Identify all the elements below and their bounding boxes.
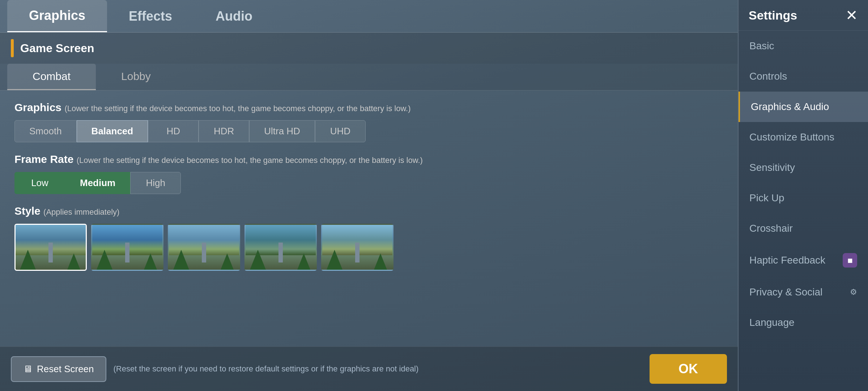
sidebar-item-haptic-feedback[interactable]: Haptic Feedback ◼ (739, 244, 868, 277)
reset-screen-label: Reset Screen (37, 363, 94, 375)
main-content: Graphics Effects Audio Game Screen Comba… (0, 0, 738, 391)
sidebar-item-language[interactable]: Language (739, 307, 868, 338)
sidebar-item-sensitivity[interactable]: Sensitivity (739, 152, 868, 183)
reset-screen-note: (Reset the screen if you need to restore… (114, 364, 642, 374)
settings-body: Graphics (Lower the setting if the devic… (0, 91, 738, 346)
tab-graphics[interactable]: Graphics (7, 0, 107, 32)
tab-effects[interactable]: Effects (107, 0, 194, 32)
section-title-bar: Game Screen (0, 33, 738, 64)
framerate-option-high[interactable]: High (130, 172, 181, 194)
right-sidebar: Settings ✕ Basic Controls Graphics & Aud… (738, 0, 868, 391)
graphics-quality-group: Graphics (Lower the setting if the devic… (14, 101, 723, 142)
style-label: Style (Applies immediately) (14, 205, 723, 217)
sidebar-item-pick-up[interactable]: Pick Up (739, 183, 868, 213)
sidebar-item-graphics-audio[interactable]: Graphics & Audio (739, 92, 868, 122)
subtab-combat[interactable]: Combat (7, 64, 96, 90)
graphics-option-uhd[interactable]: UHD (315, 120, 366, 142)
style-image-5[interactable] (321, 224, 393, 271)
reset-screen-button[interactable]: 🖥 Reset Screen (11, 356, 106, 382)
frame-rate-group: Frame Rate (Lower the setting if the dev… (14, 153, 723, 194)
close-button[interactable]: ✕ (846, 8, 858, 22)
sidebar-item-basic[interactable]: Basic (739, 31, 868, 61)
style-image-4[interactable] (244, 224, 317, 271)
framerate-option-medium[interactable]: Medium (65, 172, 130, 194)
sidebar-header: Settings ✕ (739, 0, 868, 31)
graphics-quality-label: Graphics (Lower the setting if the devic… (14, 101, 723, 114)
ok-button[interactable]: OK (650, 354, 727, 384)
privacy-social-icon: ⚙ (850, 287, 857, 297)
style-image-2[interactable] (91, 224, 163, 271)
haptic-feedback-label: Haptic Feedback (749, 255, 825, 266)
tab-audio[interactable]: Audio (194, 0, 274, 32)
style-image-3[interactable] (168, 224, 240, 271)
sub-tabs-bar: Combat Lobby (0, 64, 738, 91)
graphics-option-hd[interactable]: HD (148, 120, 199, 142)
style-note: (Applies immediately) (43, 207, 119, 216)
sidebar-item-crosshair[interactable]: Crosshair (739, 213, 868, 244)
bottom-bar: 🖥 Reset Screen (Reset the screen if you … (0, 346, 738, 391)
section-accent (11, 39, 14, 57)
subtab-lobby[interactable]: Lobby (96, 64, 176, 90)
framerate-option-low[interactable]: Low (14, 172, 65, 194)
graphics-quality-note: (Lower the setting if the device becomes… (64, 104, 410, 113)
graphics-option-hdr[interactable]: HDR (199, 120, 249, 142)
style-image-1[interactable] (14, 224, 87, 271)
sidebar-title: Settings (749, 8, 797, 22)
sidebar-item-customize-buttons[interactable]: Customize Buttons (739, 122, 868, 152)
sidebar-item-controls[interactable]: Controls (739, 61, 868, 92)
graphics-option-ultra-hd[interactable]: Ultra HD (249, 120, 315, 142)
graphics-quality-options: Smooth Balanced HD HDR Ultra HD UHD (14, 120, 723, 142)
style-group: Style (Applies immediately) (14, 205, 723, 271)
top-tabs-bar: Graphics Effects Audio (0, 0, 738, 33)
haptic-feedback-icon: ◼ (843, 253, 857, 268)
frame-rate-note: (Lower the setting if the device becomes… (77, 156, 423, 165)
section-title: Game Screen (20, 42, 94, 55)
graphics-option-balanced[interactable]: Balanced (77, 120, 148, 142)
frame-rate-options: Low Medium High (14, 172, 723, 194)
frame-rate-label: Frame Rate (Lower the setting if the dev… (14, 153, 723, 165)
reset-screen-icon: 🖥 (23, 363, 33, 375)
sidebar-item-privacy-social[interactable]: Privacy & Social ⚙ (739, 277, 868, 307)
style-images-row (14, 224, 723, 271)
graphics-option-smooth[interactable]: Smooth (14, 120, 77, 142)
